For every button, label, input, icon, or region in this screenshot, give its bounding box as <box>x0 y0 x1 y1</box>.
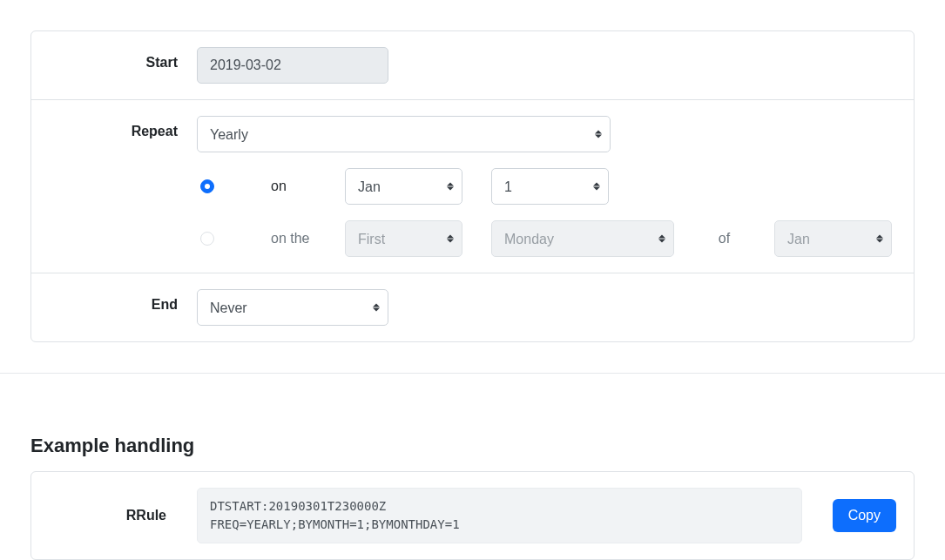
repeat-on-day-select[interactable]: 1 <box>491 168 609 205</box>
rrule-code: DTSTART:20190301T230000Z FREQ=YEARLY;BYM… <box>197 488 802 543</box>
end-select[interactable]: Never <box>197 289 388 326</box>
repeat-on-month-select[interactable]: Jan <box>345 168 462 205</box>
repeat-onthe-month-select[interactable]: Jan <box>774 220 892 257</box>
repeat-onthe-label: on the <box>271 231 345 246</box>
rrule-form: Start 2019-03-02 Repeat Yearly <box>30 30 915 342</box>
start-row: Start 2019-03-02 <box>31 31 914 100</box>
repeat-frequency-select[interactable]: Yearly <box>197 116 611 152</box>
repeat-onthe-of-label: of <box>674 231 774 246</box>
repeat-on-label: on <box>271 179 345 194</box>
rrule-output-card: RRule DTSTART:20190301T230000Z FREQ=YEAR… <box>30 471 915 560</box>
start-date-field[interactable]: 2019-03-02 <box>197 47 388 84</box>
repeat-on-radio[interactable] <box>200 179 214 193</box>
example-section-title: Example handling <box>30 435 915 457</box>
repeat-label: Repeat <box>49 116 197 139</box>
repeat-onthe-weekday-select[interactable]: Monday <box>491 220 674 257</box>
repeat-on-row: on Jan 1 <box>197 168 896 205</box>
repeat-onthe-ordinal-select[interactable]: First <box>345 220 462 257</box>
end-row: End Never <box>31 273 914 341</box>
start-label: Start <box>49 47 197 71</box>
rrule-label: RRule <box>49 508 197 523</box>
copy-button[interactable]: Copy <box>833 499 896 532</box>
repeat-onthe-row: on the First Monday <box>197 220 896 257</box>
repeat-onthe-radio[interactable] <box>200 232 214 246</box>
repeat-row: Repeat Yearly on <box>31 100 914 273</box>
end-label: End <box>49 289 197 313</box>
